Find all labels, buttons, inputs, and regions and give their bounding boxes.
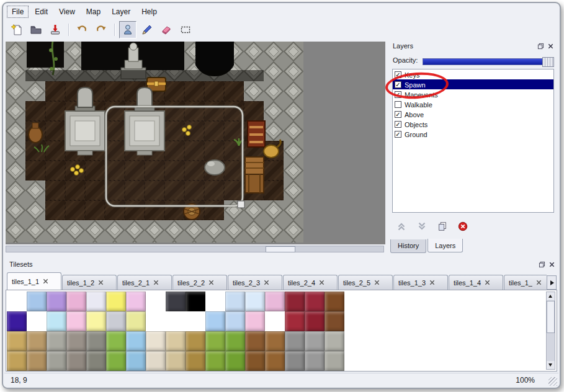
tile[interactable]: [166, 292, 186, 311]
tile[interactable]: [7, 292, 27, 311]
tile[interactable]: [146, 351, 166, 371]
tile[interactable]: [186, 331, 205, 351]
tile[interactable]: [205, 292, 225, 311]
layer-visibility-checkbox[interactable]: ✓: [395, 71, 401, 78]
float-panel-icon[interactable]: [538, 261, 546, 269]
scroll-down-button[interactable]: [547, 361, 555, 369]
tile[interactable]: [325, 292, 344, 311]
tileset-grid[interactable]: [7, 292, 344, 371]
tile[interactable]: [146, 311, 166, 331]
tab-close-icon[interactable]: [374, 280, 380, 285]
opacity-slider[interactable]: [423, 58, 554, 65]
lower-layer-button[interactable]: [414, 219, 429, 234]
selection-resize-handle[interactable]: [238, 201, 244, 208]
tile[interactable]: [7, 331, 27, 351]
tile[interactable]: [186, 311, 205, 331]
eraser-tool-button[interactable]: [158, 21, 175, 38]
raise-layer-button[interactable]: [394, 219, 409, 234]
save-button[interactable]: [47, 21, 64, 38]
tile[interactable]: [265, 292, 285, 311]
delete-layer-button[interactable]: [455, 219, 470, 234]
redo-button[interactable]: [92, 21, 110, 38]
scrollbar-handle[interactable]: [547, 301, 555, 333]
menu-file[interactable]: File: [7, 6, 29, 18]
resize-grip[interactable]: [548, 377, 557, 386]
tile[interactable]: [186, 351, 205, 371]
tab-close-icon[interactable]: [319, 280, 325, 285]
tile[interactable]: [66, 351, 86, 371]
layer-visibility-checkbox[interactable]: ✓: [395, 81, 401, 88]
tile[interactable]: [245, 292, 265, 311]
layer-row-spawn[interactable]: ✓Spawn: [393, 79, 553, 89]
selection-rectangle[interactable]: [106, 107, 244, 208]
tileset-tab-tiles_1_3[interactable]: tiles_1_3: [393, 275, 448, 290]
map-canvas[interactable]: [6, 42, 303, 243]
tile[interactable]: [265, 331, 285, 351]
tab-close-icon[interactable]: [43, 278, 48, 284]
tile[interactable]: [126, 351, 146, 371]
tile[interactable]: [106, 311, 126, 331]
stamp-tool-button[interactable]: [119, 21, 137, 38]
layer-row-above[interactable]: ✓Above: [393, 109, 553, 119]
float-panel-icon[interactable]: [537, 42, 545, 50]
tab-close-icon[interactable]: [208, 280, 214, 285]
tile[interactable]: [47, 311, 66, 331]
tile[interactable]: [186, 292, 205, 311]
tile[interactable]: [86, 292, 106, 311]
layer-visibility-checkbox[interactable]: ✓: [395, 131, 401, 138]
tile[interactable]: [7, 311, 27, 331]
tile[interactable]: [245, 351, 265, 371]
brush-tool-button[interactable]: [138, 21, 156, 38]
tile[interactable]: [225, 292, 245, 311]
layer-visibility-checkbox[interactable]: ✓: [395, 121, 401, 128]
tileset-tab-tiles_1_2[interactable]: tiles_1_2: [62, 275, 117, 290]
close-panel-icon[interactable]: [547, 42, 555, 50]
tile[interactable]: [146, 331, 166, 351]
tile[interactable]: [285, 351, 305, 371]
tile[interactable]: [325, 351, 344, 371]
tile[interactable]: [285, 331, 305, 351]
layer-visibility-checkbox[interactable]: [395, 101, 401, 108]
tile[interactable]: [265, 311, 285, 331]
tile[interactable]: [27, 292, 47, 311]
tile[interactable]: [166, 311, 186, 331]
tile[interactable]: [205, 351, 225, 371]
tile[interactable]: [166, 331, 186, 351]
layer-row-mapevents[interactable]: ✓Mapevents: [393, 89, 553, 99]
tab-close-icon[interactable]: [264, 280, 269, 285]
map-viewport[interactable]: [6, 42, 385, 244]
tileset-tab-tiles_1_4[interactable]: tiles_1_4: [449, 275, 503, 290]
tab-history[interactable]: History: [390, 239, 426, 253]
tile[interactable]: [66, 292, 86, 311]
close-panel-icon[interactable]: [548, 261, 556, 269]
tab-close-icon[interactable]: [429, 280, 435, 285]
tile[interactable]: [305, 351, 325, 371]
tileset-tab-tiles_1_[interactable]: tiles_1_: [504, 275, 547, 290]
menu-view[interactable]: View: [54, 6, 80, 18]
tile[interactable]: [245, 311, 265, 331]
tile[interactable]: [305, 311, 325, 331]
tileset-tab-tiles_2_4[interactable]: tiles_2_4: [283, 275, 338, 290]
tile[interactable]: [245, 331, 265, 351]
layer-row-ground[interactable]: ✓Ground: [393, 129, 553, 139]
tile[interactable]: [47, 331, 66, 351]
tile[interactable]: [66, 331, 86, 351]
open-button[interactable]: [27, 21, 45, 38]
tile[interactable]: [126, 292, 146, 311]
tab-close-icon[interactable]: [153, 280, 159, 285]
new-button[interactable]: [8, 21, 25, 38]
undo-button[interactable]: [73, 21, 91, 38]
duplicate-layer-button[interactable]: [435, 219, 450, 234]
tile[interactable]: [7, 351, 27, 371]
tile[interactable]: [86, 331, 106, 351]
tileset-tab-tiles_1_1[interactable]: tiles_1_1: [7, 272, 61, 290]
tile[interactable]: [225, 351, 245, 371]
tile[interactable]: [305, 292, 325, 311]
tile[interactable]: [225, 311, 245, 331]
layer-visibility-checkbox[interactable]: ✓: [395, 91, 401, 98]
tile[interactable]: [265, 351, 285, 371]
tile[interactable]: [47, 292, 66, 311]
tile[interactable]: [27, 331, 47, 351]
tile[interactable]: [205, 331, 225, 351]
tile[interactable]: [325, 331, 344, 351]
